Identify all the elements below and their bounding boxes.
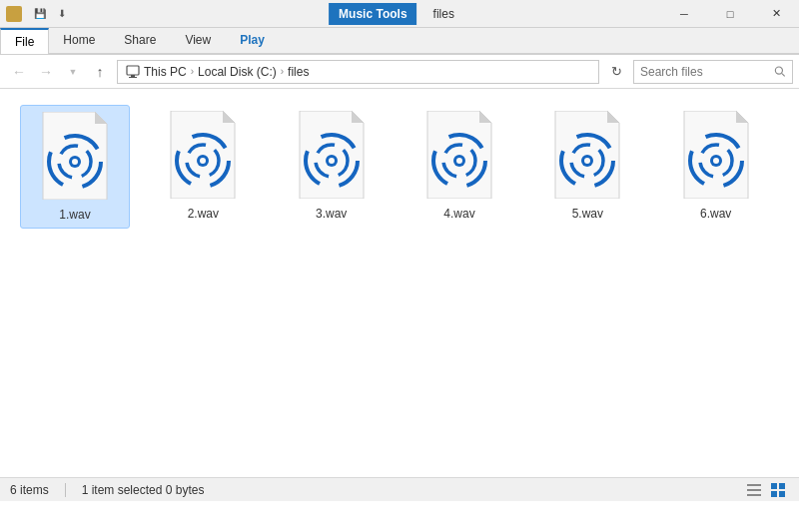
file-name: 3.wav — [316, 207, 347, 221]
content-wrapper: 1.wav2.wav3.wav4.wav5.wav6.wav 6 items 1… — [0, 89, 799, 501]
music-tools-tab[interactable]: Music Tools — [329, 3, 416, 25]
status-divider — [65, 483, 66, 497]
nav-buttons: ← → ▼ ↑ — [6, 59, 113, 85]
svg-rect-45 — [779, 483, 785, 489]
svg-point-16 — [200, 158, 206, 164]
svg-marker-12 — [223, 111, 235, 123]
file-icon — [676, 111, 756, 201]
quick-access: 💾 ⬇ — [30, 4, 72, 24]
path-thispc[interactable]: This PC — [144, 65, 187, 79]
svg-rect-0 — [127, 66, 139, 75]
file-item[interactable]: 1.wav — [20, 105, 130, 229]
properties-btn[interactable]: ⬇ — [52, 4, 72, 24]
tab-file[interactable]: File — [0, 28, 49, 54]
window-controls: ─ □ ✕ — [661, 0, 799, 28]
svg-rect-44 — [771, 483, 777, 489]
file-name: 6.wav — [700, 207, 731, 221]
status-bar: 6 items 1 item selected 0 bytes — [0, 477, 799, 501]
svg-point-28 — [456, 158, 462, 164]
window-title: files — [417, 3, 470, 25]
up-button[interactable]: ↑ — [87, 59, 113, 85]
recent-button[interactable]: ▼ — [60, 59, 86, 85]
file-grid: 1.wav2.wav3.wav4.wav5.wav6.wav — [0, 89, 799, 245]
maximize-button[interactable]: □ — [707, 0, 753, 28]
status-right — [743, 480, 789, 500]
file-icon — [292, 111, 372, 201]
svg-rect-2 — [129, 77, 137, 78]
file-icon — [419, 111, 499, 201]
file-name: 4.wav — [443, 207, 474, 221]
title-bar: 💾 ⬇ Music Tools files ─ □ ✕ — [0, 0, 799, 28]
close-button[interactable]: ✕ — [753, 0, 799, 28]
file-item[interactable]: 2.wav — [148, 105, 258, 229]
tab-share[interactable]: Share — [110, 28, 171, 53]
svg-rect-47 — [779, 491, 785, 497]
minimize-button[interactable]: ─ — [661, 0, 707, 28]
svg-line-4 — [782, 73, 785, 76]
file-item[interactable]: 4.wav — [404, 105, 514, 229]
file-name: 5.wav — [572, 207, 603, 221]
file-name: 1.wav — [59, 208, 90, 222]
tab-home[interactable]: Home — [49, 28, 110, 53]
file-icon — [547, 111, 627, 201]
large-icons-view-btn[interactable] — [767, 480, 789, 500]
svg-rect-1 — [131, 75, 135, 77]
folder-icon — [6, 6, 22, 22]
forward-button[interactable]: → — [33, 59, 59, 85]
address-path[interactable]: This PC › Local Disk (C:) › files — [117, 60, 599, 84]
path-localdisk[interactable]: Local Disk (C:) — [198, 65, 277, 79]
item-count: 6 items — [10, 483, 49, 497]
status-left: 6 items 1 item selected 0 bytes — [10, 483, 204, 497]
back-button[interactable]: ← — [6, 59, 32, 85]
svg-point-10 — [72, 159, 78, 165]
ribbon: File Home Share View Play — [0, 28, 799, 55]
svg-point-22 — [329, 158, 335, 164]
svg-rect-41 — [747, 484, 761, 486]
search-icon — [774, 65, 786, 78]
details-view-btn[interactable] — [743, 480, 765, 500]
refresh-button[interactable]: ↻ — [603, 59, 629, 85]
file-icon — [163, 111, 243, 201]
search-input[interactable] — [640, 65, 770, 79]
search-box[interactable] — [633, 60, 793, 84]
svg-rect-46 — [771, 491, 777, 497]
svg-marker-6 — [95, 112, 107, 124]
file-name: 2.wav — [188, 207, 219, 221]
tab-view[interactable]: View — [171, 28, 226, 53]
save-btn[interactable]: 💾 — [30, 4, 50, 24]
title-bar-center: Music Tools files — [329, 3, 470, 25]
title-bar-left: 💾 ⬇ — [0, 4, 72, 24]
svg-rect-43 — [747, 494, 761, 496]
svg-point-40 — [713, 158, 719, 164]
pc-icon — [126, 65, 140, 79]
ribbon-tabs: File Home Share View Play — [0, 28, 799, 54]
svg-rect-42 — [747, 489, 761, 491]
path-files[interactable]: files — [288, 65, 309, 79]
svg-point-34 — [584, 158, 590, 164]
address-bar: ← → ▼ ↑ This PC › Local Disk (C:) › file… — [0, 55, 799, 89]
selection-info: 1 item selected 0 bytes — [82, 483, 205, 497]
file-item[interactable]: 3.wav — [277, 105, 387, 229]
chevron-1: › — [191, 66, 194, 77]
main-area: 1.wav2.wav3.wav4.wav5.wav6.wav — [0, 89, 799, 501]
chevron-2: › — [281, 66, 284, 77]
file-item[interactable]: 5.wav — [532, 105, 642, 229]
tab-play[interactable]: Play — [226, 28, 280, 53]
file-item[interactable]: 6.wav — [661, 105, 771, 229]
file-icon — [35, 112, 115, 202]
svg-point-3 — [776, 67, 783, 74]
